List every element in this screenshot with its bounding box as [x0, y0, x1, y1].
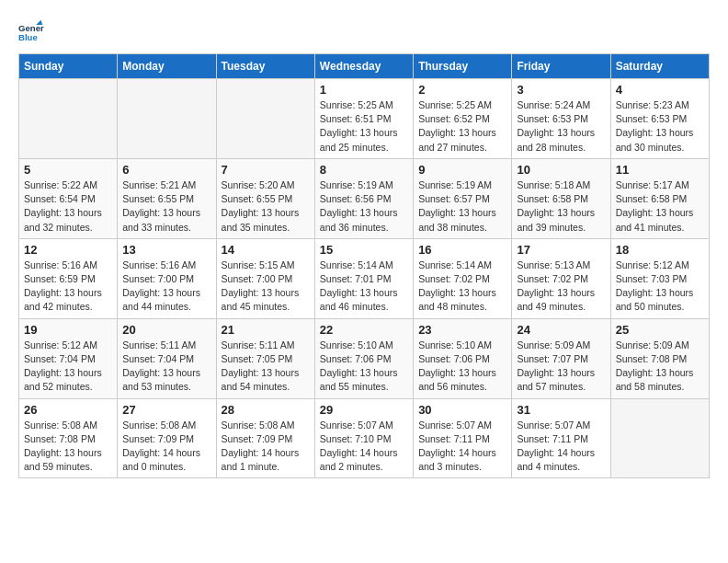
- calendar-header-row: SundayMondayTuesdayWednesdayThursdayFrid…: [19, 54, 710, 79]
- calendar-day-cell: 28Sunrise: 5:08 AM Sunset: 7:09 PM Dayli…: [216, 398, 314, 478]
- calendar-day-cell: 3Sunrise: 5:24 AM Sunset: 6:53 PM Daylig…: [512, 79, 610, 159]
- day-info: Sunrise: 5:18 AM Sunset: 6:58 PM Dayligh…: [517, 178, 605, 235]
- weekday-header: Tuesday: [216, 54, 314, 79]
- day-info: Sunrise: 5:22 AM Sunset: 6:54 PM Dayligh…: [24, 178, 112, 235]
- calendar-day-cell: 16Sunrise: 5:14 AM Sunset: 7:02 PM Dayli…: [414, 238, 512, 318]
- calendar-week-row: 1Sunrise: 5:25 AM Sunset: 6:51 PM Daylig…: [19, 79, 710, 159]
- day-info: Sunrise: 5:09 AM Sunset: 7:08 PM Dayligh…: [616, 339, 704, 395]
- day-number: 15: [320, 243, 408, 257]
- day-number: 12: [24, 243, 112, 257]
- calendar-day-cell: 13Sunrise: 5:16 AM Sunset: 7:00 PM Dayli…: [118, 238, 216, 318]
- calendar-day-cell: 19Sunrise: 5:12 AM Sunset: 7:04 PM Dayli…: [19, 318, 118, 398]
- day-number: 26: [24, 403, 112, 417]
- day-info: Sunrise: 5:13 AM Sunset: 7:02 PM Dayligh…: [517, 259, 605, 315]
- calendar-day-cell: 14Sunrise: 5:15 AM Sunset: 7:00 PM Dayli…: [216, 238, 314, 318]
- day-info: Sunrise: 5:07 AM Sunset: 7:10 PM Dayligh…: [320, 419, 408, 475]
- day-number: 29: [320, 403, 408, 417]
- day-info: Sunrise: 5:08 AM Sunset: 7:09 PM Dayligh…: [222, 419, 310, 475]
- day-info: Sunrise: 5:19 AM Sunset: 6:56 PM Dayligh…: [320, 178, 408, 235]
- day-number: 28: [222, 403, 310, 417]
- day-number: 3: [517, 83, 605, 97]
- calendar-week-row: 26Sunrise: 5:08 AM Sunset: 7:08 PM Dayli…: [19, 398, 710, 478]
- calendar-day-cell: 9Sunrise: 5:19 AM Sunset: 6:57 PM Daylig…: [414, 158, 512, 238]
- day-info: Sunrise: 5:24 AM Sunset: 6:53 PM Dayligh…: [517, 98, 605, 155]
- logo-icon: General Blue: [18, 18, 44, 44]
- day-number: 18: [616, 243, 704, 257]
- calendar-day-cell: 31Sunrise: 5:07 AM Sunset: 7:11 PM Dayli…: [512, 398, 610, 478]
- calendar-week-row: 5Sunrise: 5:22 AM Sunset: 6:54 PM Daylig…: [19, 158, 710, 238]
- day-info: Sunrise: 5:19 AM Sunset: 6:57 PM Dayligh…: [418, 178, 506, 235]
- day-info: Sunrise: 5:07 AM Sunset: 7:11 PM Dayligh…: [517, 419, 605, 475]
- day-info: Sunrise: 5:15 AM Sunset: 7:00 PM Dayligh…: [222, 259, 310, 315]
- calendar-day-cell: 24Sunrise: 5:09 AM Sunset: 7:07 PM Dayli…: [512, 318, 610, 398]
- day-info: Sunrise: 5:20 AM Sunset: 6:55 PM Dayligh…: [222, 178, 310, 235]
- calendar-day-cell: 21Sunrise: 5:11 AM Sunset: 7:05 PM Dayli…: [216, 318, 314, 398]
- calendar-day-cell: 5Sunrise: 5:22 AM Sunset: 6:54 PM Daylig…: [19, 158, 118, 238]
- calendar-day-cell: 27Sunrise: 5:08 AM Sunset: 7:09 PM Dayli…: [118, 398, 216, 478]
- calendar-day-cell: 10Sunrise: 5:18 AM Sunset: 6:58 PM Dayli…: [512, 158, 610, 238]
- calendar-day-cell: 18Sunrise: 5:12 AM Sunset: 7:03 PM Dayli…: [610, 238, 709, 318]
- calendar-week-row: 19Sunrise: 5:12 AM Sunset: 7:04 PM Dayli…: [19, 318, 710, 398]
- calendar-table: SundayMondayTuesdayWednesdayThursdayFrid…: [18, 53, 710, 478]
- day-info: Sunrise: 5:12 AM Sunset: 7:04 PM Dayligh…: [24, 339, 112, 395]
- day-number: 10: [517, 163, 605, 177]
- day-number: 6: [122, 163, 210, 177]
- day-number: 5: [24, 163, 112, 177]
- day-number: 22: [320, 323, 408, 337]
- day-number: 9: [418, 163, 506, 177]
- day-info: Sunrise: 5:17 AM Sunset: 6:58 PM Dayligh…: [616, 178, 704, 235]
- weekday-header: Friday: [512, 54, 610, 79]
- day-info: Sunrise: 5:11 AM Sunset: 7:05 PM Dayligh…: [222, 339, 310, 395]
- day-info: Sunrise: 5:08 AM Sunset: 7:08 PM Dayligh…: [24, 419, 112, 475]
- weekday-header: Saturday: [610, 54, 709, 79]
- calendar-day-cell: 29Sunrise: 5:07 AM Sunset: 7:10 PM Dayli…: [314, 398, 413, 478]
- calendar-day-cell: [216, 79, 314, 159]
- weekday-header: Thursday: [414, 54, 512, 79]
- day-info: Sunrise: 5:09 AM Sunset: 7:07 PM Dayligh…: [517, 339, 605, 395]
- day-number: 7: [222, 163, 310, 177]
- weekday-header: Sunday: [19, 54, 118, 79]
- calendar-day-cell: 7Sunrise: 5:20 AM Sunset: 6:55 PM Daylig…: [216, 158, 314, 238]
- day-number: 13: [122, 243, 210, 257]
- day-number: 2: [418, 83, 506, 97]
- day-info: Sunrise: 5:12 AM Sunset: 7:03 PM Dayligh…: [616, 259, 704, 315]
- day-number: 14: [222, 243, 310, 257]
- calendar-day-cell: 26Sunrise: 5:08 AM Sunset: 7:08 PM Dayli…: [19, 398, 118, 478]
- day-info: Sunrise: 5:25 AM Sunset: 6:52 PM Dayligh…: [418, 98, 506, 155]
- calendar-day-cell: [610, 398, 709, 478]
- day-number: 4: [616, 83, 704, 97]
- day-info: Sunrise: 5:21 AM Sunset: 6:55 PM Dayligh…: [122, 178, 210, 235]
- day-number: 8: [320, 163, 408, 177]
- day-info: Sunrise: 5:07 AM Sunset: 7:11 PM Dayligh…: [418, 419, 506, 475]
- calendar-week-row: 12Sunrise: 5:16 AM Sunset: 6:59 PM Dayli…: [19, 238, 710, 318]
- day-number: 19: [24, 323, 112, 337]
- day-number: 17: [517, 243, 605, 257]
- day-info: Sunrise: 5:10 AM Sunset: 7:06 PM Dayligh…: [418, 339, 506, 395]
- calendar-day-cell: 30Sunrise: 5:07 AM Sunset: 7:11 PM Dayli…: [414, 398, 512, 478]
- day-number: 27: [122, 403, 210, 417]
- day-info: Sunrise: 5:14 AM Sunset: 7:01 PM Dayligh…: [320, 259, 408, 315]
- calendar-day-cell: 6Sunrise: 5:21 AM Sunset: 6:55 PM Daylig…: [118, 158, 216, 238]
- day-number: 11: [616, 163, 704, 177]
- calendar-day-cell: 8Sunrise: 5:19 AM Sunset: 6:56 PM Daylig…: [314, 158, 413, 238]
- day-number: 1: [320, 83, 408, 97]
- weekday-header: Monday: [118, 54, 216, 79]
- calendar-day-cell: 1Sunrise: 5:25 AM Sunset: 6:51 PM Daylig…: [314, 79, 413, 159]
- weekday-header: Wednesday: [314, 54, 413, 79]
- calendar-day-cell: 23Sunrise: 5:10 AM Sunset: 7:06 PM Dayli…: [414, 318, 512, 398]
- day-number: 16: [418, 243, 506, 257]
- calendar-day-cell: [118, 79, 216, 159]
- day-info: Sunrise: 5:14 AM Sunset: 7:02 PM Dayligh…: [418, 259, 506, 315]
- day-number: 20: [122, 323, 210, 337]
- day-number: 21: [222, 323, 310, 337]
- day-info: Sunrise: 5:16 AM Sunset: 6:59 PM Dayligh…: [24, 259, 112, 315]
- calendar-day-cell: 25Sunrise: 5:09 AM Sunset: 7:08 PM Dayli…: [610, 318, 709, 398]
- calendar-day-cell: 2Sunrise: 5:25 AM Sunset: 6:52 PM Daylig…: [414, 79, 512, 159]
- logo: General Blue: [18, 18, 48, 44]
- day-number: 30: [418, 403, 506, 417]
- calendar-day-cell: 20Sunrise: 5:11 AM Sunset: 7:04 PM Dayli…: [118, 318, 216, 398]
- calendar-day-cell: 12Sunrise: 5:16 AM Sunset: 6:59 PM Dayli…: [19, 238, 118, 318]
- day-info: Sunrise: 5:10 AM Sunset: 7:06 PM Dayligh…: [320, 339, 408, 395]
- calendar-day-cell: 22Sunrise: 5:10 AM Sunset: 7:06 PM Dayli…: [314, 318, 413, 398]
- day-info: Sunrise: 5:25 AM Sunset: 6:51 PM Dayligh…: [320, 98, 408, 155]
